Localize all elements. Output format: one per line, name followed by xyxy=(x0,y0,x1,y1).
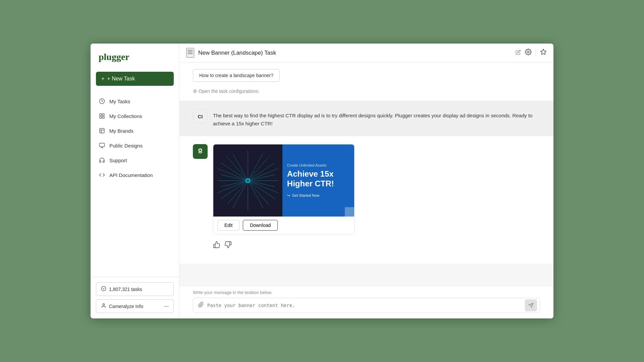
svg-rect-2 xyxy=(103,114,104,115)
how-to-button[interactable]: How to create a landscape banner? xyxy=(193,69,280,82)
sidebar-nav: My Tasks My Collections My Brands Public… xyxy=(91,94,179,277)
chat-area: How to create a landscape banner? ⚙ Open… xyxy=(179,62,553,286)
banner-headline: Achieve 15x Higher CTR! xyxy=(287,169,350,189)
svg-marker-17 xyxy=(541,49,546,55)
main-content: New Banner (Landscape) Task How to creat… xyxy=(179,44,553,318)
sidebar-item-label: Public Designs xyxy=(109,143,143,148)
tasks-count-label: 1,807,321 tasks xyxy=(109,287,142,292)
design-block: Create Unlimited Assets Achieve 15x High… xyxy=(179,136,553,263)
user-name: Cameralyze Info xyxy=(109,304,143,309)
input-box xyxy=(193,298,540,313)
check-circle-icon xyxy=(101,286,106,292)
svg-rect-5 xyxy=(100,128,104,133)
banner-actions: Edit Download xyxy=(213,217,354,234)
new-task-label: + New Task xyxy=(107,76,135,82)
svg-rect-8 xyxy=(100,143,105,147)
sidebar-item-my-tasks[interactable]: My Tasks xyxy=(93,94,176,109)
svg-line-43 xyxy=(233,154,248,181)
sidebar-bottom: 1,807,321 tasks Cameralyze Info ⋯ xyxy=(91,277,179,318)
designs-icon xyxy=(99,142,105,149)
new-task-button[interactable]: + + New Task xyxy=(96,72,174,86)
svg-line-38 xyxy=(233,181,248,208)
user-icon xyxy=(101,303,106,309)
svg-rect-1 xyxy=(100,114,101,115)
banner-card: Create Unlimited Assets Achieve 15x High… xyxy=(213,144,355,234)
headset-icon xyxy=(99,157,105,164)
new-task-section: + + New Task xyxy=(96,72,174,86)
download-button[interactable]: Download xyxy=(243,220,278,231)
svg-line-35 xyxy=(248,181,275,187)
svg-line-37 xyxy=(248,181,263,208)
banner-left xyxy=(213,144,282,217)
sidebar-item-public-designs[interactable]: Public Designs xyxy=(93,138,176,153)
collection-icon xyxy=(99,113,105,119)
svg-point-16 xyxy=(528,51,529,53)
svg-point-12 xyxy=(103,304,104,305)
brand-icon xyxy=(99,127,105,134)
banner-image: Create Unlimited Assets Achieve 15x High… xyxy=(213,144,354,217)
pencil-icon[interactable] xyxy=(516,50,521,56)
sidebar-item-my-collections[interactable]: My Collections xyxy=(93,109,176,123)
sidebar-item-my-brands[interactable]: My Brands xyxy=(93,123,176,138)
svg-rect-4 xyxy=(103,117,104,118)
ci-message-block: CI The best way to find the highest CTR … xyxy=(179,101,553,136)
checker-pattern xyxy=(345,207,354,217)
sidebar-item-api-docs[interactable]: API Documentation xyxy=(93,168,176,182)
ci-avatar: CI xyxy=(193,109,208,124)
svg-line-41 xyxy=(221,175,248,181)
banner-top-text: Create Unlimited Assets xyxy=(287,163,350,167)
sidebar-item-label: My Brands xyxy=(109,128,133,134)
arrow-icon: ↪ xyxy=(287,193,290,198)
svg-line-32 xyxy=(248,154,263,181)
edit-button[interactable]: Edit xyxy=(217,220,239,231)
svg-line-24 xyxy=(248,181,278,193)
plus-icon: + xyxy=(101,76,104,82)
clock-icon xyxy=(99,98,105,105)
ci-message-text: The best way to find the highest CTR dis… xyxy=(213,109,540,128)
top-bar-actions xyxy=(525,49,547,57)
banner-cta: ↪ Get Started Now xyxy=(287,193,350,198)
divider xyxy=(536,49,536,57)
input-area: Write your message in the textbox below. xyxy=(179,286,553,318)
hamburger-button[interactable] xyxy=(186,48,194,58)
design-inner: Create Unlimited Assets Achieve 15x High… xyxy=(193,144,540,236)
thumbs-up-button[interactable] xyxy=(213,241,220,250)
svg-line-22 xyxy=(248,169,278,181)
sidebar-item-support[interactable]: Support xyxy=(93,153,176,168)
task-title: New Banner (Landscape) Task xyxy=(198,50,512,56)
input-hint: Write your message in the textbox below. xyxy=(193,290,540,295)
tasks-count-box: 1,807,321 tasks xyxy=(96,282,174,296)
sidebar-item-label: My Collections xyxy=(109,113,142,119)
svg-rect-3 xyxy=(100,117,101,118)
svg-line-28 xyxy=(218,181,248,193)
sidebar-item-label: Support xyxy=(109,158,127,163)
gear-icon[interactable] xyxy=(525,49,532,57)
svg-line-40 xyxy=(221,181,248,187)
user-options-icon[interactable]: ⋯ xyxy=(164,304,169,309)
send-button[interactable] xyxy=(525,299,537,311)
svg-point-19 xyxy=(199,149,201,152)
logo-text: plugger xyxy=(99,52,171,62)
code-icon xyxy=(99,172,105,178)
feedback-row xyxy=(213,241,540,255)
attach-button[interactable] xyxy=(196,300,206,311)
thumbs-down-button[interactable] xyxy=(224,241,232,250)
chat-top-section: How to create a landscape banner? ⚙ Open… xyxy=(179,62,553,101)
sidebar-item-label: My Tasks xyxy=(109,99,130,104)
logo: plugger xyxy=(91,44,179,69)
sidebar: plugger + + New Task My Tasks My Collect… xyxy=(91,44,179,318)
user-box[interactable]: Cameralyze Info ⋯ xyxy=(96,299,174,313)
plugger-avatar xyxy=(193,144,208,159)
svg-point-45 xyxy=(247,179,249,182)
design-content: Create Unlimited Assets Achieve 15x High… xyxy=(213,144,540,236)
star-icon[interactable] xyxy=(540,49,547,57)
sidebar-item-label: API Documentation xyxy=(109,172,153,178)
svg-line-34 xyxy=(248,175,275,181)
message-input[interactable] xyxy=(206,300,525,311)
burst-graphic xyxy=(218,150,278,211)
banner-right: Create Unlimited Assets Achieve 15x High… xyxy=(282,144,354,217)
top-bar: New Banner (Landscape) Task xyxy=(179,44,553,62)
config-link[interactable]: ⚙ Open the task configurations. xyxy=(193,88,540,94)
svg-line-30 xyxy=(218,169,248,181)
